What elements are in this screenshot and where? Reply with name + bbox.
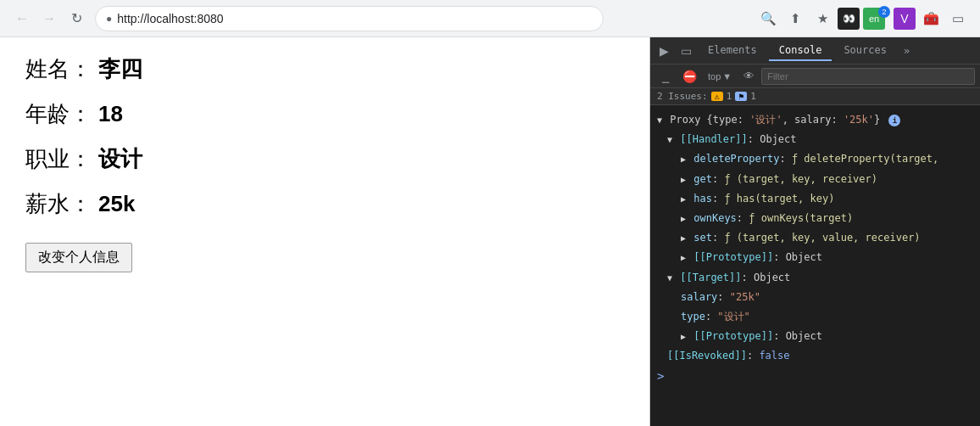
devtools-inspect-icon[interactable]: ▶ [654, 41, 674, 61]
name-label: 姓名： [25, 56, 92, 81]
extension-icon-1[interactable]: 👀 [838, 8, 860, 30]
delete-prop-icon[interactable]: ▶ [681, 154, 686, 164]
info-count: 1 [750, 91, 756, 102]
extensions-button[interactable]: 🧰 [919, 7, 943, 31]
browser-toolbar-icons: 🔍 ⬆ ★ 👀 en 2 V 🧰 ▭ [756, 7, 970, 31]
address-bar[interactable]: ● http://localhost:8080 [95, 6, 604, 31]
salary-value: 25k [98, 191, 135, 216]
reload-button[interactable]: ↻ [64, 7, 88, 31]
block-icon[interactable]: ⛔ [679, 66, 699, 87]
issues-label: 2 Issues: [657, 91, 708, 102]
age-value: 18 [98, 101, 123, 126]
console-ownkeys-prop: ▶ ownKeys: ƒ ownKeys(target) [650, 209, 980, 228]
page-content: 姓名：李四 年龄：18 职业：设计 薪水：25k 改变个人信息 [0, 37, 649, 426]
tab-elements[interactable]: Elements [698, 41, 767, 61]
tab-sources[interactable]: Sources [833, 41, 897, 61]
sidebar-button[interactable]: ▭ [946, 7, 970, 31]
salary-label: 薪水： [25, 191, 92, 216]
console-target: ▼ [[Target]]: Object [650, 268, 980, 288]
set-prop-icon[interactable]: ▶ [681, 233, 686, 243]
warn-badge: ⚠ [711, 92, 723, 101]
bookmark-button[interactable]: ★ [810, 7, 834, 31]
ownkeys-icon[interactable]: ▶ [681, 214, 686, 223]
name-value: 李四 [98, 56, 142, 81]
info-badge: ⚑ [735, 92, 747, 101]
salary-line: 薪水：25k [25, 189, 624, 219]
console-prompt[interactable]: > [650, 366, 980, 386]
console-proxy-header: ▼ Proxy {type: '设计', salary: '25k'} i [650, 110, 980, 130]
devtools-panel: ▶ ▭ Elements Console Sources » ⎯ ⛔ top ▼… [649, 37, 980, 426]
console-level-arrow: ▼ [722, 71, 732, 81]
browser-toolbar: ← → ↻ ● http://localhost:8080 🔍 ⬆ ★ 👀 en… [0, 0, 980, 37]
tab-console[interactable]: Console [769, 41, 832, 61]
console-level-button[interactable]: top ▼ [703, 70, 737, 83]
console-eye-button[interactable]: 👁 [740, 68, 758, 84]
console-set-prop: ▶ set: ƒ (target, key, value, receiver) [650, 228, 980, 248]
console-isrevoked: [[IsRevoked]]: false [650, 346, 980, 366]
devtools-more[interactable]: » [899, 42, 915, 60]
handler-collapse-icon[interactable]: ▼ [667, 135, 672, 144]
console-handler: ▼ [[Handler]]: Object [650, 130, 980, 149]
extension-badge: 2 [878, 6, 890, 18]
console-salary: salary: "25k" [650, 288, 980, 307]
lock-icon: ● [106, 13, 112, 25]
console-output[interactable]: ▼ Proxy {type: '设计', salary: '25k'} i ▼ … [650, 105, 980, 426]
job-label: 职业： [25, 146, 92, 171]
job-value: 设计 [98, 146, 142, 171]
console-delete-prop: ▶ deleteProperty: ƒ deleteProperty(targe… [650, 149, 980, 169]
has-prop-icon[interactable]: ▶ [681, 194, 686, 204]
nav-buttons: ← → ↻ [10, 7, 88, 31]
target-proto-icon[interactable]: ▶ [681, 332, 686, 341]
console-target-proto: ▶ [[Prototype]]: Object [650, 327, 980, 346]
back-button[interactable]: ← [10, 7, 34, 31]
proxy-collapse-icon[interactable]: ▼ [657, 115, 662, 125]
handler-proto-icon[interactable]: ▶ [681, 253, 686, 262]
change-info-button[interactable]: 改变个人信息 [25, 243, 132, 272]
name-line: 姓名：李四 [25, 54, 624, 84]
console-has-prop: ▶ has: ƒ has(target, key) [650, 189, 980, 209]
console-type: type: "设计" [650, 307, 980, 327]
zoom-button[interactable]: 🔍 [756, 7, 780, 31]
proxy-info-icon[interactable]: i [888, 115, 900, 126]
clear-console-icon[interactable]: ⎯ [655, 66, 676, 87]
console-get-prop: ▶ get: ƒ (target, key, receiver) [650, 170, 980, 189]
job-line: 职业：设计 [25, 144, 624, 174]
age-line: 年龄：18 [25, 99, 624, 129]
console-toolbar: ⎯ ⛔ top ▼ 👁 [650, 64, 980, 88]
url-text: http://localhost:8080 [117, 12, 593, 25]
console-handler-proto: ▶ [[Prototype]]: Object [650, 248, 980, 267]
get-prop-icon[interactable]: ▶ [681, 175, 686, 184]
age-label: 年龄： [25, 101, 92, 126]
console-level-text: top [708, 71, 721, 81]
devtools-tabs: ▶ ▭ Elements Console Sources » [650, 37, 980, 64]
extension-icon-3[interactable]: V [894, 8, 916, 30]
issues-bar: 2 Issues: ⚠ 1 ⚑ 1 [650, 88, 980, 105]
warn-count: 1 [727, 91, 732, 102]
target-collapse-icon[interactable]: ▼ [667, 273, 672, 283]
devtools-device-icon[interactable]: ▭ [676, 41, 696, 61]
share-button[interactable]: ⬆ [783, 7, 807, 31]
console-filter-input[interactable] [761, 68, 975, 85]
main-area: 姓名：李四 年龄：18 职业：设计 薪水：25k 改变个人信息 ▶ ▭ Elem… [0, 37, 980, 426]
forward-button[interactable]: → [37, 7, 61, 31]
